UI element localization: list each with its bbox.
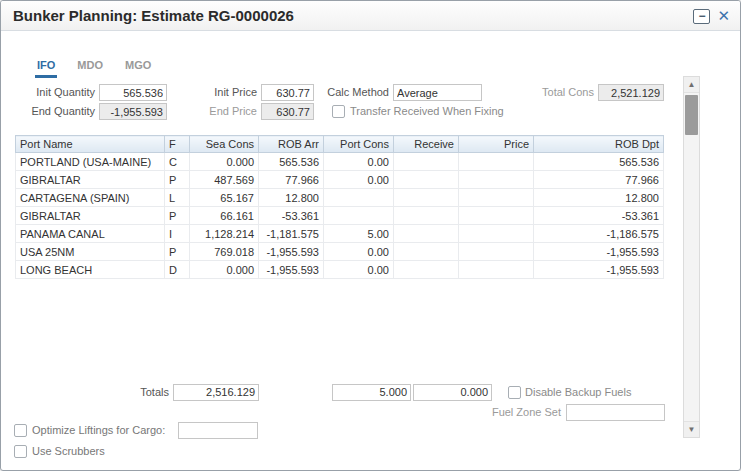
tab-mgo[interactable]: MGO xyxy=(123,59,153,78)
cell-receive[interactable] xyxy=(394,225,459,243)
cell-receive[interactable] xyxy=(394,261,459,279)
cell-port-name[interactable]: LONG BEACH xyxy=(16,261,165,279)
cell-sea-cons[interactable]: 0.000 xyxy=(190,153,259,171)
cell-price[interactable] xyxy=(459,153,534,171)
cell-f[interactable]: P xyxy=(165,171,190,189)
scroll-down-button[interactable]: ▼ xyxy=(684,421,699,437)
cell-sea-cons[interactable]: 65.167 xyxy=(190,189,259,207)
cell-port-cons[interactable]: 5.00 xyxy=(324,225,394,243)
cell-rob-arr[interactable]: 77.966 xyxy=(259,171,324,189)
cell-sea-cons[interactable]: 1,128.214 xyxy=(190,225,259,243)
cell-f[interactable]: D xyxy=(165,261,190,279)
column-header-rob-dpt[interactable]: ROB Dpt xyxy=(534,136,664,153)
cell-port-cons[interactable] xyxy=(324,189,394,207)
cell-rob-arr[interactable]: -53.361 xyxy=(259,207,324,225)
init-quantity-field[interactable] xyxy=(99,84,167,101)
disable-backup-fuels-label: Disable Backup Fuels xyxy=(525,385,631,400)
table-row[interactable]: PORTLAND (USA-MAINE)C0.000565.5360.00565… xyxy=(16,153,664,171)
cell-receive[interactable] xyxy=(394,207,459,225)
cell-sea-cons[interactable]: 0.000 xyxy=(190,261,259,279)
cell-f[interactable]: I xyxy=(165,225,190,243)
cell-port-cons[interactable]: 0.00 xyxy=(324,171,394,189)
scrollbar-thumb[interactable] xyxy=(685,95,698,135)
cell-f[interactable]: L xyxy=(165,189,190,207)
cell-rob-arr[interactable]: 12.800 xyxy=(259,189,324,207)
cell-rob-arr[interactable]: 565.536 xyxy=(259,153,324,171)
cell-receive[interactable] xyxy=(394,171,459,189)
cell-sea-cons[interactable]: 66.161 xyxy=(190,207,259,225)
cell-price[interactable] xyxy=(459,225,534,243)
table-row[interactable]: CARTAGENA (SPAIN)L65.16712.80012.800 xyxy=(16,189,664,207)
cell-rob-dpt[interactable]: -53.361 xyxy=(534,207,664,225)
table-row[interactable]: GIBRALTARP66.161-53.361-53.361 xyxy=(16,207,664,225)
cell-receive[interactable] xyxy=(394,189,459,207)
title-bar[interactable]: Bunker Planning: Estimate RG-0000026 − ✕ xyxy=(1,1,740,31)
vertical-scrollbar[interactable]: ▲ ▼ xyxy=(683,76,700,438)
cell-rob-dpt[interactable]: -1,955.593 xyxy=(534,243,664,261)
cell-rob-dpt[interactable]: 77.966 xyxy=(534,171,664,189)
column-header-sea-cons[interactable]: Sea Cons xyxy=(190,136,259,153)
column-header-f[interactable]: F xyxy=(165,136,190,153)
optimize-liftings-checkbox[interactable] xyxy=(14,424,27,437)
cell-port-name[interactable]: GIBRALTAR xyxy=(16,171,165,189)
scrollbar-track[interactable] xyxy=(684,93,699,421)
table-row[interactable]: USA 25NMP769.018-1,955.5930.00-1,955.593 xyxy=(16,243,664,261)
cell-f[interactable]: P xyxy=(165,207,190,225)
disable-backup-fuels-checkbox[interactable] xyxy=(508,386,521,399)
cell-rob-dpt[interactable]: 565.536 xyxy=(534,153,664,171)
cell-receive[interactable] xyxy=(394,243,459,261)
window-title: Bunker Planning: Estimate RG-0000026 xyxy=(13,1,294,31)
cell-port-cons[interactable]: 0.00 xyxy=(324,261,394,279)
close-button[interactable]: ✕ xyxy=(717,8,730,24)
cell-port-name[interactable]: CARTAGENA (SPAIN) xyxy=(16,189,165,207)
minimize-button[interactable]: − xyxy=(693,9,710,24)
cell-rob-arr[interactable]: -1,955.593 xyxy=(259,243,324,261)
table-row[interactable]: PANAMA CANALI1,128.214-1,181.5755.00-1,1… xyxy=(16,225,664,243)
cell-port-name[interactable]: USA 25NM xyxy=(16,243,165,261)
cell-port-name[interactable]: GIBRALTAR xyxy=(16,207,165,225)
tab-ifo[interactable]: IFO xyxy=(35,59,57,78)
column-header-price[interactable]: Price xyxy=(459,136,534,153)
cell-price[interactable] xyxy=(459,171,534,189)
cell-port-cons[interactable] xyxy=(324,207,394,225)
cell-rob-dpt[interactable]: 12.800 xyxy=(534,189,664,207)
cell-price[interactable] xyxy=(459,189,534,207)
fuel-zone-set-label: Fuel Zone Set xyxy=(481,404,561,421)
cell-rob-dpt[interactable]: -1,186.575 xyxy=(534,225,664,243)
cell-receive[interactable] xyxy=(394,153,459,171)
scroll-up-button[interactable]: ▲ xyxy=(684,77,699,93)
optimize-liftings-field[interactable] xyxy=(178,422,258,439)
cell-sea-cons[interactable]: 487.569 xyxy=(190,171,259,189)
column-header-rob-arr[interactable]: ROB Arr xyxy=(259,136,324,153)
use-scrubbers-checkbox[interactable] xyxy=(14,445,27,458)
column-header-port-name[interactable]: Port Name xyxy=(16,136,165,153)
cell-price[interactable] xyxy=(459,261,534,279)
column-header-port-cons[interactable]: Port Cons xyxy=(324,136,394,153)
cell-port-cons[interactable]: 0.00 xyxy=(324,153,394,171)
calc-method-label: Calc Method xyxy=(319,84,389,101)
init-price-field[interactable] xyxy=(261,84,314,101)
fuel-zone-set-field[interactable] xyxy=(566,404,665,421)
end-quantity-field xyxy=(99,103,167,120)
tab-mdo[interactable]: MDO xyxy=(75,59,105,78)
end-quantity-label: End Quantity xyxy=(11,103,95,120)
table-row[interactable]: LONG BEACHD0.000-1,955.5930.00-1,955.593 xyxy=(16,261,664,279)
cell-rob-arr[interactable]: -1,955.593 xyxy=(259,261,324,279)
cell-port-name[interactable]: PANAMA CANAL xyxy=(16,225,165,243)
total-cons-label: Total Cons xyxy=(517,84,594,101)
cell-f[interactable]: P xyxy=(165,243,190,261)
column-header-receive[interactable]: Receive xyxy=(394,136,459,153)
table-row[interactable]: GIBRALTARP487.56977.9660.0077.966 xyxy=(16,171,664,189)
cell-rob-dpt[interactable]: -1,955.593 xyxy=(534,261,664,279)
transfer-received-checkbox[interactable] xyxy=(332,105,345,118)
totals-label: Totals xyxy=(97,384,169,401)
cell-port-name[interactable]: PORTLAND (USA-MAINE) xyxy=(16,153,165,171)
cell-price[interactable] xyxy=(459,243,534,261)
cell-rob-arr[interactable]: -1,181.575 xyxy=(259,225,324,243)
arrow-down-icon: ▼ xyxy=(688,425,696,434)
cell-price[interactable] xyxy=(459,207,534,225)
cell-sea-cons[interactable]: 769.018 xyxy=(190,243,259,261)
calc-method-select[interactable] xyxy=(393,84,482,101)
cell-f[interactable]: C xyxy=(165,153,190,171)
cell-port-cons[interactable]: 0.00 xyxy=(324,243,394,261)
